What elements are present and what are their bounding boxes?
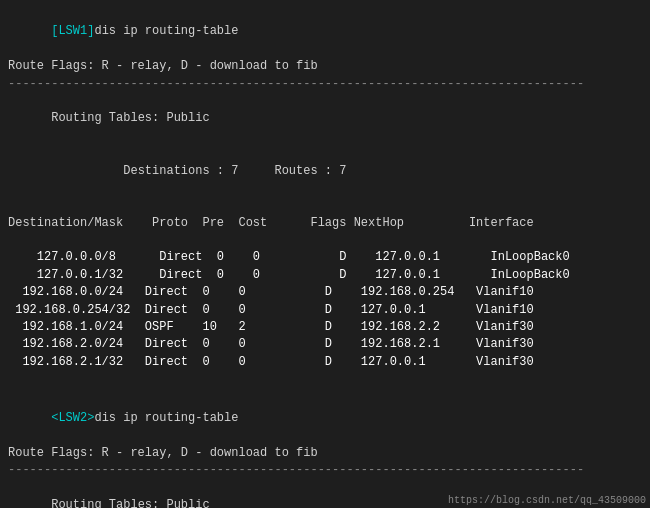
table-row: 127.0.0.0/8 Direct 0 0 D 127.0.0.1 InLoo… — [8, 249, 642, 266]
route-flags-line-2: Route Flags: R - relay, D - download to … — [8, 445, 642, 462]
prompt-text-2: <LSW2> — [51, 411, 94, 425]
prompt-text: [LSW1] — [51, 24, 94, 38]
watermark: https://blog.csdn.net/qq_43509000 — [448, 495, 646, 506]
prompt-lsw1: [LSW1]dis ip routing-table — [8, 6, 642, 58]
table-row: 127.0.0.1/32 Direct 0 0 D 127.0.0.1 InLo… — [8, 267, 642, 284]
prompt-lsw2: <LSW2>dis ip routing-table — [8, 393, 642, 445]
route-flags-line: Route Flags: R - relay, D - download to … — [8, 58, 642, 75]
routing-tables-label: Routing Tables: Public — [8, 93, 642, 145]
separator-line-2: ----------------------------------------… — [8, 462, 642, 479]
blank-line-2 — [8, 232, 642, 249]
table-header-1: Destination/Mask Proto Pre Cost Flags Ne… — [8, 215, 642, 232]
blank-between — [8, 375, 642, 392]
command-text-2: dis ip routing-table — [94, 411, 238, 425]
separator-line-1: ----------------------------------------… — [8, 76, 642, 93]
table-row: 192.168.0.254/32 Direct 0 0 D 127.0.0.1 … — [8, 302, 642, 319]
terminal: [LSW1]dis ip routing-table Route Flags: … — [0, 0, 650, 508]
command-text: dis ip routing-table — [94, 24, 238, 38]
section-lsw1: [LSW1]dis ip routing-table Route Flags: … — [8, 6, 642, 371]
table-row: 192.168.1.0/24 OSPF 10 2 D 192.168.2.2 V… — [8, 319, 642, 336]
dest-routes-line: Destinations : 7 Routes : 7 — [8, 145, 642, 197]
table-row: 192.168.2.0/24 Direct 0 0 D 192.168.2.1 … — [8, 336, 642, 353]
blank-line-1 — [8, 197, 642, 214]
table-row: 192.168.2.1/32 Direct 0 0 D 127.0.0.1 Vl… — [8, 354, 642, 371]
section-lsw2: <LSW2>dis ip routing-table Route Flags: … — [8, 393, 642, 508]
table-row: 192.168.0.0/24 Direct 0 0 D 192.168.0.25… — [8, 284, 642, 301]
